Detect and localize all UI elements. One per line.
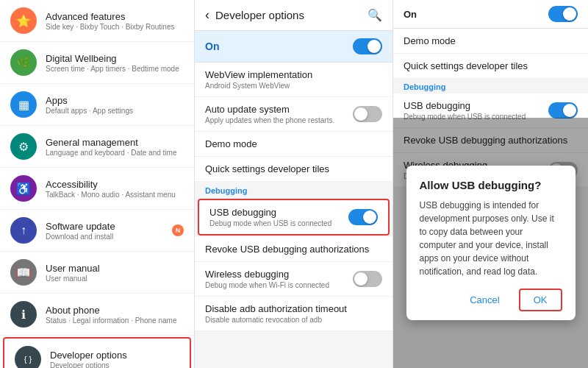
sidebar-item-apps[interactable]: ▦ Apps Default apps · App settings bbox=[0, 84, 194, 126]
apps-subtitle: Default apps · App settings bbox=[46, 107, 133, 115]
disable-adb-item[interactable]: Disable adb authorization timeout Disabl… bbox=[195, 297, 392, 331]
dev-on-label: On bbox=[205, 40, 219, 52]
disable-adb-subtitle: Disable automatic revocation of adb bbox=[205, 316, 382, 324]
digital-wellbeing-subtitle: Screen time · App timers · Bedtime mode bbox=[46, 65, 179, 73]
demo-mode-title: Demo mode bbox=[205, 138, 382, 149]
dev-on-row[interactable]: On bbox=[195, 31, 392, 63]
about-phone-subtitle: Status · Legal information · Phone name bbox=[46, 316, 176, 325]
sidebar-item-developer-options[interactable]: { } Developer options Developer options bbox=[3, 337, 191, 368]
sidebar-item-digital-wellbeing[interactable]: 🌿 Digital Wellbeing Screen time · App ti… bbox=[0, 42, 194, 84]
demo-mode-item[interactable]: Demo mode bbox=[195, 132, 392, 157]
panel3-header: On bbox=[393, 0, 588, 29]
general-management-title: General management bbox=[46, 137, 176, 148]
accessibility-subtitle: TalkBack · Mono audio · Assistant menu bbox=[46, 191, 176, 199]
sidebar-item-about-phone[interactable]: ℹ About phone Status · Legal information… bbox=[0, 294, 194, 336]
sidebar-item-software-update[interactable]: ↑ Software update Download and install N bbox=[0, 210, 194, 252]
apps-title: Apps bbox=[46, 95, 133, 106]
about-phone-icon: ℹ bbox=[10, 301, 37, 328]
auto-update-item[interactable]: Auto update system Apply updates when th… bbox=[195, 97, 392, 132]
auto-update-title: Auto update system bbox=[205, 104, 334, 115]
sidebar-item-general-management[interactable]: ⚙ General management Language and keyboa… bbox=[0, 126, 194, 168]
dialog-title: Allow USB debugging? bbox=[420, 179, 562, 191]
wireless-debugging-subtitle: Debug mode when Wi-Fi is connected bbox=[205, 281, 329, 289]
advanced-features-title: Advanced features bbox=[46, 11, 174, 22]
dev-on-toggle[interactable] bbox=[353, 38, 382, 54]
digital-wellbeing-icon: 🌿 bbox=[10, 49, 37, 76]
allow-usb-dialog: Allow USB debugging? USB debugging is in… bbox=[406, 166, 576, 320]
usb-debugging-title: USB debugging bbox=[209, 207, 331, 218]
ok-button[interactable]: OK bbox=[519, 289, 562, 311]
cancel-button[interactable]: Cancel bbox=[456, 289, 512, 311]
advanced-features-subtitle: Side key · Bixby Touch · Bixby Routines bbox=[46, 23, 174, 31]
auto-update-toggle[interactable] bbox=[353, 106, 382, 122]
quick-settings-title: Quick settings developer tiles bbox=[205, 163, 382, 174]
usb-debugging-item[interactable]: USB debugging Debug mode when USB is con… bbox=[198, 199, 390, 236]
settings-panel: ⭐ Advanced features Side key · Bixby Tou… bbox=[0, 0, 195, 368]
developer-options-title: Developer options bbox=[50, 350, 127, 361]
accessibility-title: Accessibility bbox=[46, 179, 176, 190]
digital-wellbeing-title: Digital Wellbeing bbox=[46, 53, 179, 64]
developer-options-icon: { } bbox=[15, 346, 41, 368]
user-manual-icon: 📖 bbox=[10, 259, 37, 286]
p3-on-label: On bbox=[404, 9, 417, 20]
panel2-header: ‹ Developer options 🔍 bbox=[195, 0, 392, 31]
search-icon[interactable]: 🔍 bbox=[368, 8, 382, 22]
dialog-body: USB debugging is intended for developmen… bbox=[420, 199, 562, 278]
webview-item[interactable]: WebView implementation Android System We… bbox=[195, 63, 392, 97]
p3-on-toggle[interactable] bbox=[548, 6, 578, 22]
user-manual-subtitle: User manual bbox=[46, 275, 100, 283]
advanced-features-icon: ⭐ bbox=[10, 7, 37, 34]
developer-options-subtitle: Developer options bbox=[50, 361, 127, 369]
dialog-buttons: Cancel OK bbox=[420, 289, 562, 311]
debugging-section-label: Debugging bbox=[195, 182, 392, 197]
p3-demo-mode-title: Demo mode bbox=[404, 35, 578, 46]
usb-debugging-subtitle: Debug mode when USB is connected bbox=[209, 219, 331, 227]
software-update-subtitle: Download and install bbox=[46, 233, 115, 241]
developer-options-panel: ‹ Developer options 🔍 On WebView impleme… bbox=[195, 0, 393, 368]
p3-usb-debugging-title: USB debugging bbox=[404, 100, 526, 111]
software-update-title: Software update bbox=[46, 221, 115, 232]
sidebar-item-accessibility[interactable]: ♿ Accessibility TalkBack · Mono audio · … bbox=[0, 168, 194, 210]
revoke-usb-title: Revoke USB debugging authorizations bbox=[205, 244, 382, 255]
disable-adb-title: Disable adb authorization timeout bbox=[205, 303, 382, 314]
p3-quick-settings-item[interactable]: Quick settings developer tiles bbox=[393, 54, 588, 79]
software-update-icon: ↑ bbox=[10, 217, 37, 244]
webview-title: WebView implementation bbox=[205, 69, 382, 80]
panel2-title: Developer options bbox=[215, 9, 368, 21]
wireless-debugging-toggle[interactable] bbox=[353, 271, 382, 287]
update-badge: N bbox=[172, 224, 184, 236]
p3-demo-mode-item[interactable]: Demo mode bbox=[393, 29, 588, 54]
apps-icon: ▦ bbox=[10, 91, 37, 118]
sidebar-item-advanced-features[interactable]: ⭐ Advanced features Side key · Bixby Tou… bbox=[0, 0, 194, 42]
right-panel: On Demo mode Quick settings developer ti… bbox=[393, 0, 588, 368]
user-manual-title: User manual bbox=[46, 263, 100, 274]
general-management-subtitle: Language and keyboard · Date and time bbox=[46, 149, 176, 157]
p3-debugging-section-label: Debugging bbox=[393, 79, 588, 93]
accessibility-icon: ♿ bbox=[10, 175, 37, 202]
wireless-debugging-item[interactable]: Wireless debugging Debug mode when Wi-Fi… bbox=[195, 262, 392, 297]
p3-quick-settings-title: Quick settings developer tiles bbox=[404, 60, 578, 71]
quick-settings-item[interactable]: Quick settings developer tiles bbox=[195, 157, 392, 182]
wireless-debugging-title: Wireless debugging bbox=[205, 269, 329, 280]
auto-update-subtitle: Apply updates when the phone restarts. bbox=[205, 116, 334, 124]
dialog-overlay: Allow USB debugging? USB debugging is in… bbox=[393, 118, 588, 368]
general-management-icon: ⚙ bbox=[10, 133, 37, 160]
about-phone-title: About phone bbox=[46, 305, 176, 316]
webview-subtitle: Android System WebView bbox=[205, 82, 382, 90]
back-button[interactable]: ‹ bbox=[205, 7, 209, 23]
usb-debugging-toggle[interactable] bbox=[348, 209, 378, 225]
revoke-usb-item[interactable]: Revoke USB debugging authorizations bbox=[195, 237, 392, 262]
sidebar-item-user-manual[interactable]: 📖 User manual User manual bbox=[0, 252, 194, 294]
p3-usb-debugging-toggle[interactable] bbox=[548, 102, 578, 118]
